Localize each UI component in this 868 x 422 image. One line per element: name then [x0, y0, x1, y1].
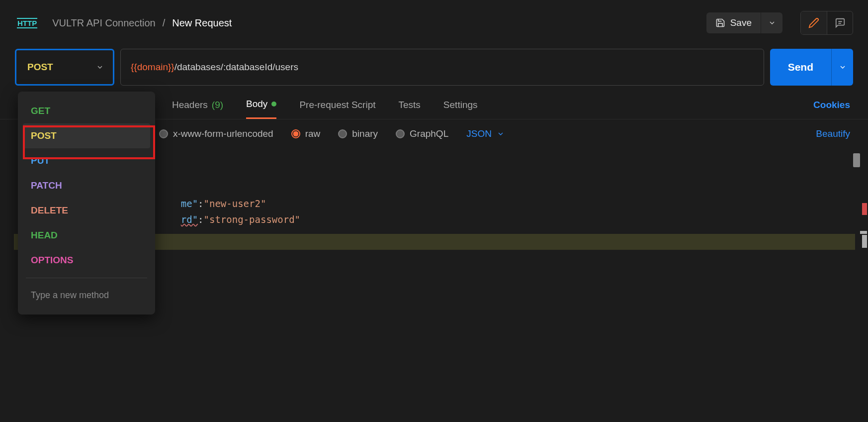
- save-button-group: Save: [706, 12, 782, 33]
- bodytype-raw-label: raw: [305, 128, 321, 139]
- save-icon: [715, 18, 725, 28]
- beautify-link[interactable]: Beautify: [816, 128, 853, 139]
- tab-body[interactable]: Body: [246, 99, 276, 119]
- bodytype-raw[interactable]: raw: [291, 128, 321, 139]
- comment-icon: [835, 17, 846, 28]
- method-option-post[interactable]: POST: [23, 123, 150, 148]
- chevron-down-icon: [839, 63, 847, 71]
- breadcrumb-parent[interactable]: VULTR API Connection: [52, 17, 156, 29]
- radio-icon: [159, 129, 168, 138]
- method-value: POST: [27, 62, 53, 73]
- tab-headers[interactable]: Headers (9): [172, 100, 223, 118]
- editor-token-key-error: rd": [181, 214, 198, 225]
- cookies-link[interactable]: Cookies: [813, 100, 853, 118]
- send-button[interactable]: Send: [770, 49, 831, 86]
- tab-settings[interactable]: Settings: [443, 100, 478, 118]
- editor-scrollbar[interactable]: [853, 153, 860, 167]
- body-language-label: JSON: [466, 128, 492, 139]
- save-label: Save: [730, 17, 752, 28]
- radio-selected-icon: [291, 129, 300, 138]
- method-option-options[interactable]: OPTIONS: [23, 248, 150, 273]
- tab-body-label: Body: [246, 99, 267, 109]
- bodytype-graphql-label: GraphQL: [410, 128, 448, 139]
- comment-button[interactable]: [827, 11, 853, 34]
- breadcrumb-current: New Request: [172, 17, 232, 29]
- save-dropdown-button[interactable]: [761, 12, 782, 33]
- url-input[interactable]: {{domain}}/databases/:databaseId/users: [120, 49, 764, 86]
- chevron-down-icon: [96, 63, 104, 71]
- radio-icon: [338, 129, 347, 138]
- url-path: /databases/:databaseId/users: [174, 62, 298, 73]
- body-language-select[interactable]: JSON: [466, 128, 505, 139]
- breadcrumb-separator: /: [163, 17, 166, 29]
- editor-token-punct: :: [198, 214, 203, 225]
- tab-tests[interactable]: Tests: [399, 100, 421, 118]
- bodytype-xwww-label: x-www-form-urlencoded: [173, 128, 273, 139]
- http-method-select[interactable]: POST: [15, 49, 114, 86]
- radio-icon: [396, 129, 405, 138]
- chevron-down-icon: [497, 130, 505, 138]
- method-option-patch[interactable]: PATCH: [23, 173, 150, 198]
- method-new-input[interactable]: Type a new method: [23, 283, 150, 308]
- headers-count: (9): [212, 100, 223, 110]
- editor-error-marker-icon: [862, 203, 867, 215]
- method-option-head[interactable]: HEAD: [23, 223, 150, 248]
- send-dropdown-button[interactable]: [831, 49, 853, 86]
- http-method-dropdown: GET POST PUT PATCH DELETE HEAD OPTIONS T…: [18, 92, 155, 315]
- url-variable: {{domain}}: [131, 62, 174, 73]
- save-button[interactable]: Save: [706, 12, 761, 33]
- bodytype-xwww[interactable]: x-www-form-urlencoded: [159, 128, 273, 139]
- bodytype-binary-label: binary: [352, 128, 378, 139]
- chevron-down-icon: [768, 19, 776, 27]
- editor-cursor-marker-icon: [860, 231, 867, 234]
- http-badge-icon: HTTP: [17, 18, 37, 28]
- dropdown-divider: [26, 278, 147, 278]
- editor-token-string: "strong-password": [204, 214, 300, 225]
- bodytype-binary[interactable]: binary: [338, 128, 378, 139]
- breadcrumb: VULTR API Connection / New Request: [52, 17, 232, 29]
- editor-cursor-marker-icon: [862, 235, 867, 248]
- edit-button[interactable]: [801, 11, 827, 34]
- bodytype-graphql[interactable]: GraphQL: [396, 128, 448, 139]
- method-option-delete[interactable]: DELETE: [23, 198, 150, 223]
- method-option-get[interactable]: GET: [23, 99, 150, 123]
- pencil-icon: [808, 17, 819, 28]
- tab-headers-label: Headers: [172, 100, 208, 110]
- tab-pre-request[interactable]: Pre-request Script: [299, 100, 375, 118]
- method-option-put[interactable]: PUT: [23, 148, 150, 173]
- body-modified-dot-icon: [271, 102, 276, 106]
